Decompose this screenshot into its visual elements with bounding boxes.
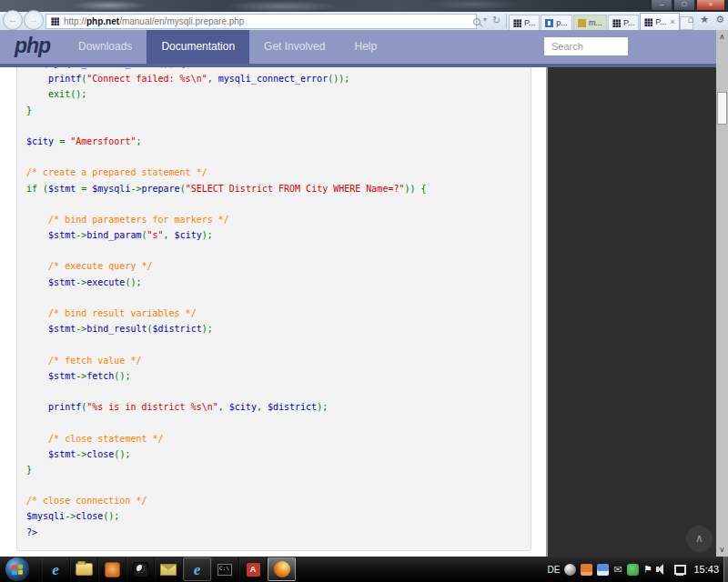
blue-app-icon[interactable] — [597, 564, 609, 576]
code-line — [26, 415, 521, 430]
system-tray: DE ✉⚑ 15:43 — [547, 557, 719, 582]
scroll-to-top-button[interactable]: ∧ — [686, 526, 713, 552]
code-line: /* bind result variables */ — [26, 306, 521, 321]
code-line: /* execute query */ — [26, 258, 521, 274]
nav-documentation[interactable]: Documentation — [147, 30, 249, 64]
start-button[interactable] — [5, 557, 29, 581]
php-favicon — [513, 19, 521, 27]
flag-icon[interactable]: ⚑ — [643, 563, 652, 576]
tab[interactable]: P... — [509, 15, 540, 30]
tab-label: p... — [556, 18, 568, 27]
app-dark-icon — [133, 562, 148, 577]
code-line: $stmt->bind_param("s", $city); — [26, 227, 521, 243]
network-icon[interactable] — [673, 564, 686, 575]
site-search-input[interactable] — [544, 37, 628, 55]
sidebar-panel — [546, 67, 716, 557]
clock[interactable]: 15:43 — [693, 564, 719, 575]
screen: – □ × ← → http://php.net/manual/en/mysql… — [0, 0, 728, 582]
tab-close-icon[interactable]: × — [671, 17, 675, 26]
taskbar-mail-button[interactable] — [155, 557, 183, 581]
refresh-icon[interactable]: ↻ — [492, 15, 500, 26]
mail-icon — [160, 564, 177, 576]
taskbar-app-orange-button[interactable] — [98, 557, 126, 581]
code-line: printf("Connect failed: %s\n", mysqli_co… — [26, 71, 521, 86]
code-line — [26, 290, 521, 306]
minimize-button[interactable]: – — [651, 0, 672, 11]
code-line: /* create a prepared statement */ — [26, 165, 521, 180]
mail-tray-icon[interactable]: ✉ — [613, 564, 622, 576]
tab[interactable]: p... — [541, 15, 572, 30]
php-logo[interactable]: php — [15, 34, 50, 58]
sphere-icon[interactable] — [564, 564, 576, 576]
taskbar-pdf-button[interactable]: A — [239, 557, 268, 581]
code-line: /* close statement */ — [26, 431, 521, 447]
taskbar-firefox-button[interactable] — [268, 557, 296, 581]
browser-toolbar-icons: ⌂ ★ ⚙ — [688, 14, 724, 25]
taskbar-app-dark-button[interactable] — [126, 557, 155, 581]
search-icon[interactable] — [473, 18, 480, 25]
language-indicator[interactable]: DE — [547, 565, 560, 575]
orange-app-icon[interactable] — [581, 564, 592, 576]
explorer-icon — [76, 563, 93, 576]
scrollbar-up-button[interactable]: ∧ — [716, 30, 728, 44]
taskbar-ie-button[interactable]: e — [183, 557, 211, 581]
page-content: if (mysqli_connect_errno()) { printf("Co… — [0, 67, 544, 557]
code-line: $city = "Amersfoort"; — [26, 134, 521, 149]
ie-icon: e — [52, 562, 59, 577]
code-line: } — [26, 462, 521, 477]
nav-downloads[interactable]: Downloads — [64, 30, 147, 64]
code-example-block: if (mysqli_connect_errno()) { printf("Co… — [16, 67, 531, 551]
back-button[interactable]: ← — [3, 10, 23, 30]
code-line — [26, 118, 521, 134]
show-desktop-button[interactable] — [723, 557, 728, 582]
ie-icon: e — [194, 562, 201, 577]
search-caret-icon[interactable]: ▾ — [483, 15, 487, 24]
favorites-icon[interactable]: ★ — [700, 14, 709, 25]
code-line: $stmt->bind_result($district); — [26, 321, 521, 336]
address-bar[interactable]: http://php.net/manual/en/mysqli.prepare.… — [46, 14, 477, 29]
php-site-header: php DownloadsDocumentationGet InvolvedHe… — [0, 30, 716, 64]
tab-separator — [506, 14, 507, 28]
scrollbar-down-button[interactable]: ∨ — [716, 543, 728, 557]
tab-active[interactable]: P...× — [640, 13, 680, 30]
maximize-button[interactable]: □ — [673, 0, 695, 11]
code-line — [26, 149, 521, 165]
tab-label: P... — [524, 18, 535, 27]
scrollbar-thumb[interactable] — [717, 92, 727, 125]
green-app-icon[interactable] — [627, 564, 639, 576]
windows-logo-icon — [12, 564, 23, 575]
site-nav: DownloadsDocumentationGet InvolvedHelp — [64, 30, 391, 64]
window-titlebar[interactable]: – □ × — [0, 0, 728, 12]
close-button[interactable]: × — [696, 0, 725, 11]
app-orange-icon — [105, 562, 120, 577]
taskbar-cmd-button[interactable]: C:\ — [211, 557, 239, 581]
taskbar-ie-button[interactable]: e — [42, 557, 70, 581]
tab-label: P... — [655, 17, 666, 26]
code-line: if ($stmt = $mysqli->prepare("SELECT Dis… — [26, 181, 521, 196]
pdf-icon: A — [247, 563, 260, 577]
code-line: /* fetch value */ — [26, 353, 521, 368]
code-line: $stmt->fetch(); — [26, 368, 521, 384]
nav-get-involved[interactable]: Get Involved — [249, 30, 339, 64]
volume-icon[interactable] — [656, 564, 669, 575]
tab[interactable]: m... — [573, 15, 607, 30]
forward-button[interactable]: → — [24, 10, 44, 30]
code-line: /* bind parameters for markers */ — [26, 212, 521, 227]
code-line — [26, 243, 521, 258]
tab-label: P... — [623, 18, 634, 27]
settings-gear-icon[interactable]: ⚙ — [715, 14, 724, 25]
code-line — [26, 196, 521, 212]
taskbar-pinned: eeC:\A — [42, 557, 296, 581]
home-icon[interactable]: ⌂ — [688, 14, 694, 25]
tab[interactable]: P... — [608, 15, 639, 30]
code-line: $stmt->execute(); — [26, 275, 521, 290]
nav-help[interactable]: Help — [339, 30, 391, 64]
code-line — [26, 477, 521, 493]
taskbar-explorer-button[interactable] — [70, 557, 98, 581]
code-line: exit(); — [26, 86, 521, 102]
code-line: /* close connection */ — [26, 493, 521, 508]
php-favicon — [644, 18, 652, 26]
php-code: if (mysqli_connect_errno()) { printf("Co… — [26, 67, 521, 540]
vertical-scrollbar[interactable]: ∧ ∨ — [716, 30, 728, 557]
code-line: ?> — [26, 525, 521, 540]
